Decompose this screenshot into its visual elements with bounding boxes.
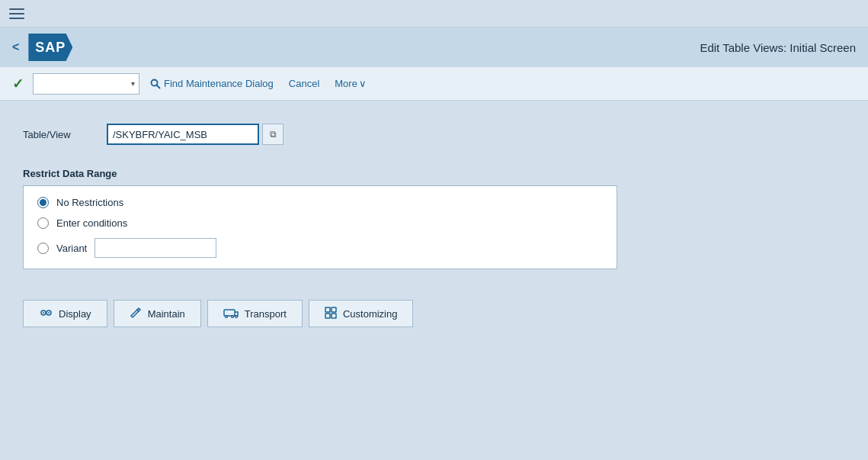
toolbar-dropdown[interactable] <box>33 73 139 95</box>
enter-conditions-row: Enter conditions <box>37 217 603 229</box>
svg-point-5 <box>48 312 50 314</box>
toolbar: ✓ ▾ Find Maintenance Dialog Cancel More … <box>0 67 868 101</box>
search-icon <box>150 79 161 89</box>
svg-rect-10 <box>325 307 330 312</box>
variant-radio[interactable] <box>37 243 49 254</box>
transport-button[interactable]: Transport <box>207 300 303 327</box>
svg-line-1 <box>157 85 160 88</box>
back-button[interactable]: < <box>12 40 19 54</box>
no-restrictions-row: No Restrictions <box>37 197 603 208</box>
table-view-row: Table/View ⧉ <box>23 124 845 145</box>
more-label: More <box>335 78 357 89</box>
cancel-label: Cancel <box>289 78 319 89</box>
sap-header: < SAP Edit Table Views: Initial Screen <box>0 27 868 67</box>
customizing-icon <box>325 307 337 321</box>
copy-button[interactable]: ⧉ <box>262 124 283 145</box>
transport-icon <box>223 307 239 320</box>
svg-rect-6 <box>224 310 235 316</box>
svg-point-8 <box>231 315 233 317</box>
svg-rect-12 <box>325 314 330 318</box>
toolbar-dropdown-wrapper: ▾ <box>33 73 139 95</box>
hamburger-menu[interactable] <box>9 8 24 19</box>
enter-conditions-radio[interactable] <box>37 217 49 229</box>
table-view-input-group: ⧉ <box>107 124 283 145</box>
maintain-label: Maintain <box>148 308 185 320</box>
svg-point-7 <box>225 315 227 317</box>
display-label: Display <box>59 308 91 320</box>
table-view-label: Table/View <box>23 129 91 140</box>
svg-rect-11 <box>332 307 336 312</box>
header-left: < SAP <box>12 34 72 61</box>
check-button[interactable]: ✓ <box>9 74 27 94</box>
main-content: Table/View ⧉ Restrict Data Range No Rest… <box>0 101 868 343</box>
transport-label: Transport <box>245 308 287 320</box>
variant-input[interactable] <box>94 238 216 258</box>
maintain-icon <box>130 307 142 321</box>
display-button[interactable]: Display <box>23 300 107 327</box>
svg-point-9 <box>235 315 237 317</box>
table-view-input[interactable] <box>107 124 259 145</box>
section-title: Restrict Data Range <box>23 168 845 179</box>
sap-logo-text: SAP <box>35 40 66 56</box>
sap-logo: SAP <box>28 34 72 61</box>
no-restrictions-label: No Restrictions <box>56 197 123 208</box>
enter-conditions-label: Enter conditions <box>56 217 127 229</box>
find-maintenance-dialog-label: Find Maintenance Dialog <box>164 78 274 89</box>
bottom-buttons: Display Maintain Transpor <box>23 300 845 327</box>
find-maintenance-dialog-button[interactable]: Find Maintenance Dialog <box>146 75 278 92</box>
maintain-button[interactable]: Maintain <box>114 300 201 327</box>
svg-point-3 <box>43 312 44 314</box>
more-button[interactable]: More ∨ <box>330 75 371 92</box>
variant-row: Variant <box>37 238 603 258</box>
customizing-label: Customizing <box>343 308 398 320</box>
page-title: Edit Table Views: Initial Screen <box>700 41 856 54</box>
menu-bar <box>0 0 868 27</box>
variant-label: Variant <box>56 243 87 254</box>
more-arrow-icon: ∨ <box>359 78 367 89</box>
svg-rect-13 <box>332 314 336 318</box>
no-restrictions-radio[interactable] <box>37 197 49 208</box>
restrict-data-range-box: No Restrictions Enter conditions Variant <box>23 185 617 269</box>
display-icon <box>39 307 53 320</box>
cancel-button[interactable]: Cancel <box>284 75 324 92</box>
customizing-button[interactable]: Customizing <box>309 300 414 327</box>
copy-icon: ⧉ <box>270 129 277 140</box>
